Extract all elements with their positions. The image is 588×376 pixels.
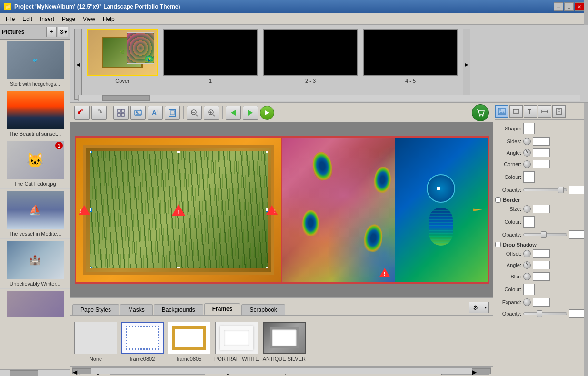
nav-forward-button[interactable] — [243, 106, 258, 120]
nav-back-button[interactable] — [226, 106, 241, 120]
filmstrip-scroll-thumb[interactable] — [102, 95, 150, 101]
minimize-button[interactable]: ─ — [554, 2, 563, 11]
offset-input[interactable] — [533, 249, 550, 258]
play-button[interactable] — [260, 106, 274, 120]
sidebar-scroll[interactable]: 🐦 Stork with hedgehogs... The Beautiful … — [0, 40, 70, 369]
prop-rect-tool[interactable] — [509, 105, 523, 118]
sidebar-item[interactable]: The Beautiful sunset... — [0, 89, 70, 139]
frames-scroll-right-arrow[interactable]: ▶ — [472, 368, 491, 374]
frame-item-none[interactable]: None — [74, 322, 117, 362]
shadow-angle-input[interactable] — [533, 261, 550, 269]
sidebar-scroll-thumb[interactable] — [10, 370, 38, 376]
handle-bm[interactable] — [177, 267, 180, 268]
filmstrip-right-arrow[interactable]: ▶ — [463, 29, 470, 100]
close-button[interactable]: ✕ — [575, 2, 584, 11]
prop-measure-tool[interactable] — [538, 105, 551, 118]
sidebar-item[interactable]: 🐱 1 The Cat Fedor.jpg — [0, 139, 70, 189]
border-size-knob[interactable] — [523, 205, 531, 213]
filmstrip-item-cover[interactable]: 🌿 🦚 Cover — [87, 29, 158, 84]
shape-color-box[interactable] — [523, 123, 535, 134]
menu-page[interactable]: Page — [58, 15, 79, 23]
sides-knob[interactable] — [523, 138, 531, 145]
filmstrip-item-2-3[interactable]: 2 - 3 — [263, 29, 358, 84]
filmstrip-item-4-5[interactable]: 4 - 5 — [363, 29, 458, 84]
shadow-opacity-input[interactable] — [569, 309, 586, 318]
handle-br[interactable] — [266, 267, 268, 268]
expand-input[interactable] — [533, 298, 550, 307]
tab-dropdown-button[interactable]: ▾ — [482, 302, 489, 313]
border-checkbox[interactable] — [495, 197, 501, 203]
prop-page-tool[interactable] — [552, 105, 566, 118]
handle-lm[interactable] — [90, 208, 92, 212]
tab-scrapbook[interactable]: Scrapbook — [241, 304, 285, 315]
colour-box[interactable] — [523, 171, 535, 183]
handle-bl[interactable] — [90, 267, 92, 268]
maximize-button[interactable]: □ — [564, 2, 574, 11]
filmstrip-scrollbar[interactable] — [78, 95, 580, 101]
tab-backgrounds[interactable]: Backgrounds — [154, 304, 203, 315]
sidebar-item[interactable]: 🐦 Stork with hedgehogs... — [0, 40, 70, 89]
frame-item-portrait-white[interactable]: PORTRAIT WHITE — [214, 322, 259, 362]
pictures-settings-button[interactable]: ⚙▾ — [58, 27, 68, 37]
menu-edit[interactable]: Edit — [19, 15, 36, 23]
frames-scrollbar[interactable]: ◀ ▶ — [72, 367, 491, 374]
undo-button[interactable] — [74, 106, 90, 120]
add-text-button[interactable]: A+ — [148, 106, 163, 120]
opacity-input[interactable]: 100 — [569, 186, 586, 194]
add-photo-button[interactable]: + — [130, 106, 146, 120]
tab-frames[interactable]: Frames — [204, 303, 241, 315]
add-frame-button[interactable]: + — [165, 106, 180, 120]
menu-file[interactable]: File — [2, 15, 19, 23]
shadow-angle-knob[interactable] — [523, 261, 531, 269]
blur-input[interactable] — [533, 272, 550, 281]
sidebar-item[interactable]: 🏰 Unbelievably Winter... — [0, 239, 70, 289]
handle-tm[interactable] — [177, 151, 180, 153]
redo-button[interactable] — [91, 106, 107, 120]
handle-tr[interactable] — [266, 151, 268, 153]
filmstrip-thumb-4-5[interactable] — [363, 29, 458, 76]
zoom-in-button[interactable] — [204, 106, 219, 120]
frames-scroll-left-arrow[interactable]: ◀ — [72, 368, 91, 374]
prop-image-tool[interactable] — [495, 105, 508, 118]
frame-item-0802[interactable]: frame0802 — [121, 322, 164, 362]
menu-help[interactable]: Help — [99, 15, 119, 23]
filmstrip-left-arrow[interactable]: ◀ — [74, 29, 82, 100]
border-size-input[interactable] — [533, 205, 550, 213]
filmstrip-thumb-2-3[interactable] — [263, 29, 358, 76]
add-picture-button[interactable]: + — [46, 27, 57, 37]
expand-knob[interactable] — [523, 298, 531, 306]
sidebar-item[interactable] — [0, 289, 70, 317]
tab-page-styles[interactable]: Page Styles — [72, 304, 119, 315]
layout-button[interactable] — [113, 106, 129, 120]
frame-item-0805[interactable]: frame0805 — [168, 322, 210, 362]
handle-tl[interactable] — [90, 151, 92, 153]
filmstrip-item-1[interactable]: 1 — [163, 29, 258, 84]
border-opacity-input[interactable] — [569, 230, 586, 239]
border-opacity-slider[interactable] — [523, 233, 567, 236]
canvas-area[interactable]: ! ! ! — [70, 122, 493, 297]
angle-input[interactable] — [533, 148, 550, 157]
drop-shadow-checkbox[interactable] — [495, 242, 501, 247]
tab-masks[interactable]: Masks — [120, 304, 153, 315]
cart-button[interactable] — [472, 104, 489, 121]
corner-input[interactable] — [533, 160, 550, 168]
shadow-colour-box[interactable] — [523, 284, 535, 295]
prop-text-tool[interactable]: T — [524, 105, 537, 118]
sidebar-item[interactable]: ⛵ The vessel in Medite... — [0, 189, 70, 239]
angle-knob[interactable] — [523, 149, 531, 157]
menu-insert[interactable]: Insert — [36, 15, 58, 23]
border-colour-box[interactable] — [523, 216, 535, 228]
frame-item-antique-silver[interactable]: ANTIQUE SILVER — [263, 322, 306, 362]
blur-knob[interactable] — [523, 273, 531, 280]
sidebar-scrollbar[interactable] — [0, 369, 70, 376]
shadow-opacity-slider[interactable] — [523, 312, 567, 315]
corner-knob[interactable] — [523, 160, 531, 168]
sides-input[interactable] — [533, 137, 550, 146]
tab-settings-button[interactable]: ⚙ — [469, 302, 482, 313]
opacity-slider[interactable] — [523, 188, 567, 191]
filmstrip-thumb-1[interactable] — [163, 29, 258, 76]
zoom-out-button[interactable] — [187, 106, 202, 120]
filmstrip-thumb-cover[interactable]: 🌿 🦚 — [87, 29, 158, 76]
menu-view[interactable]: View — [79, 15, 99, 23]
offset-knob[interactable] — [523, 250, 531, 257]
